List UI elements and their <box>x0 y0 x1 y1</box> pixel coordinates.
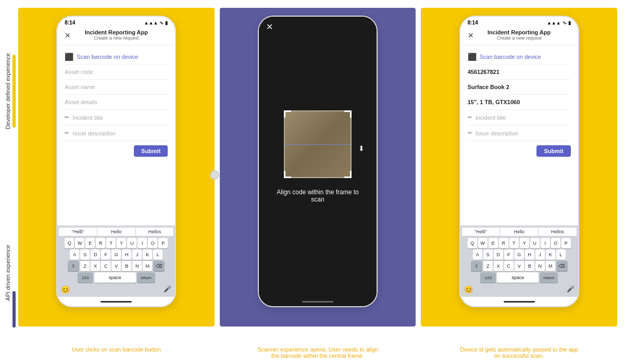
p3-key-b[interactable]: B <box>525 261 534 271</box>
key-b[interactable]: B <box>122 261 131 271</box>
p3-key-123[interactable]: 123 <box>480 272 496 283</box>
key-p[interactable]: P <box>158 238 168 248</box>
p3-key-e[interactable]: E <box>489 238 498 248</box>
key-z[interactable]: Z <box>80 261 90 271</box>
key-k[interactable]: K <box>143 249 152 260</box>
p3-key-t[interactable]: T <box>509 238 519 248</box>
phone3-field-assetcode[interactable]: 4561267821 <box>468 65 571 80</box>
phone3-icons: ▲▲▲ ∿ ▮ <box>547 20 571 26</box>
p3-key-x[interactable]: X <box>494 261 503 271</box>
phone3-field-assetdetails[interactable]: 15", 1 TB, GTX1060 <box>468 95 571 110</box>
p3-key-g[interactable]: G <box>515 249 524 260</box>
key-v[interactable]: V <box>111 261 121 271</box>
p3-key-v[interactable]: V <box>515 261 524 271</box>
phone1-field-assetdetails[interactable]: Asset details <box>65 95 168 110</box>
mic-icon[interactable]: 🎤 <box>164 285 171 294</box>
suggestion-1[interactable]: "Helli" <box>59 228 97 236</box>
p3-mic-icon[interactable]: 🎤 <box>567 285 574 294</box>
p3-key-f[interactable]: F <box>504 249 514 260</box>
p3-key-w[interactable]: W <box>478 238 488 248</box>
p3-key-return[interactable]: return <box>540 272 558 283</box>
key-o[interactable]: O <box>148 238 157 248</box>
phone1-issue-label: Issue description <box>72 130 116 136</box>
p3-key-j[interactable]: J <box>535 249 545 260</box>
key-shift[interactable]: ⇧ <box>68 261 79 271</box>
camera-close-btn[interactable]: ✕ <box>266 22 273 32</box>
p3-key-r[interactable]: R <box>499 238 508 248</box>
p3-key-p[interactable]: P <box>561 238 571 248</box>
phone1-submit-btn[interactable]: Submit <box>134 145 168 157</box>
phone1-field-assetname[interactable]: Asset name <box>65 80 168 95</box>
p3-key-u[interactable]: U <box>530 238 540 248</box>
phone3-scan-row[interactable]: ⬛ Scan barcode on device <box>468 49 571 65</box>
key-d[interactable]: D <box>91 249 100 260</box>
phone3-field-incident[interactable]: ✏ Incident title <box>468 110 571 125</box>
p3-key-a[interactable]: A <box>473 249 482 260</box>
caption-2-line2: the barcode within the central frame. <box>271 353 364 359</box>
key-x[interactable]: X <box>91 261 100 271</box>
scan-line <box>285 144 351 145</box>
caption-1-text: User clicks on scan barcode button <box>72 346 161 353</box>
key-s[interactable]: S <box>80 249 90 260</box>
key-delete[interactable]: ⌫ <box>153 261 165 271</box>
suggestion-p3-2[interactable]: Hello <box>500 228 539 236</box>
p3-key-o[interactable]: O <box>551 238 560 248</box>
home-bar-2 <box>302 301 333 303</box>
key-w[interactable]: W <box>75 238 84 248</box>
phone1-field-issue[interactable]: ✏ Issue description <box>65 125 168 141</box>
phone3-scan-label: Scan barcode on device <box>480 54 541 60</box>
key-q[interactable]: Q <box>65 238 74 248</box>
key-e[interactable]: E <box>85 238 95 248</box>
suggestion-3[interactable]: Hellos <box>136 228 174 236</box>
key-return[interactable]: return <box>137 272 155 283</box>
camera-view: ✕ ⬇ Align code within the frame t <box>259 17 377 297</box>
phone1-field-assetcode[interactable]: Asset code <box>65 65 168 80</box>
p3-key-l[interactable]: L <box>556 249 566 260</box>
key-f[interactable]: F <box>101 249 110 260</box>
p3-key-i[interactable]: I <box>541 238 550 248</box>
key-y[interactable]: Y <box>117 238 126 248</box>
caption-2: Scanner experience opens. User needs to … <box>220 346 416 359</box>
suggestion-p3-1[interactable]: "Helli" <box>462 228 501 236</box>
key-h[interactable]: H <box>122 249 131 260</box>
phone3-field-assetname[interactable]: Surface Book 2 <box>468 80 571 95</box>
p3-key-s[interactable]: S <box>483 249 493 260</box>
suggestion-2[interactable]: Hello <box>97 228 136 236</box>
p3-key-shift[interactable]: ⇧ <box>471 261 482 271</box>
panel-3: 8:14 ▲▲▲ ∿ ▮ ✕ Incident Reporting App Cr… <box>421 8 617 342</box>
phone1-scan-row[interactable]: ⬛ Scan barcode on device <box>65 49 168 65</box>
p3-key-z[interactable]: Z <box>483 261 493 271</box>
phone3-close[interactable]: ✕ <box>468 31 474 40</box>
key-j[interactable]: J <box>132 249 142 260</box>
p3-key-m[interactable]: M <box>546 261 555 271</box>
key-a[interactable]: A <box>70 249 79 260</box>
key-n[interactable]: N <box>132 261 142 271</box>
phone3-field-issue[interactable]: ✏ Issue description <box>468 125 571 141</box>
phone1-close[interactable]: ✕ <box>65 31 71 40</box>
p3-key-y[interactable]: Y <box>520 238 529 248</box>
key-u[interactable]: U <box>127 238 136 248</box>
phone1-field-incident[interactable]: ✏ Incident title <box>65 110 168 125</box>
p3-key-n[interactable]: N <box>535 261 545 271</box>
key-space[interactable]: space <box>94 272 136 283</box>
phone3-submit-btn[interactable]: Submit <box>536 145 570 157</box>
key-l[interactable]: L <box>153 249 162 260</box>
key-t[interactable]: T <box>106 238 116 248</box>
key-123[interactable]: 123 <box>78 272 93 283</box>
suggestion-p3-3[interactable]: Hellos <box>539 228 577 236</box>
p3-key-delete[interactable]: ⌫ <box>556 261 568 271</box>
p3-key-d[interactable]: D <box>494 249 503 260</box>
p3-key-q[interactable]: Q <box>468 238 477 248</box>
p3-emoji-icon[interactable]: 😊 <box>464 285 473 294</box>
key-g[interactable]: G <box>111 249 121 260</box>
key-i[interactable]: I <box>138 238 147 248</box>
emoji-icon[interactable]: 😊 <box>61 285 70 294</box>
p3-key-c[interactable]: C <box>504 261 514 271</box>
p3-key-k[interactable]: K <box>546 249 555 260</box>
key-r[interactable]: R <box>96 238 105 248</box>
p3-key-space[interactable]: space <box>497 272 539 283</box>
key-c[interactable]: C <box>101 261 110 271</box>
p3-key-h[interactable]: H <box>525 249 534 260</box>
yellow-bar-top <box>12 55 16 128</box>
key-m[interactable]: M <box>143 261 152 271</box>
